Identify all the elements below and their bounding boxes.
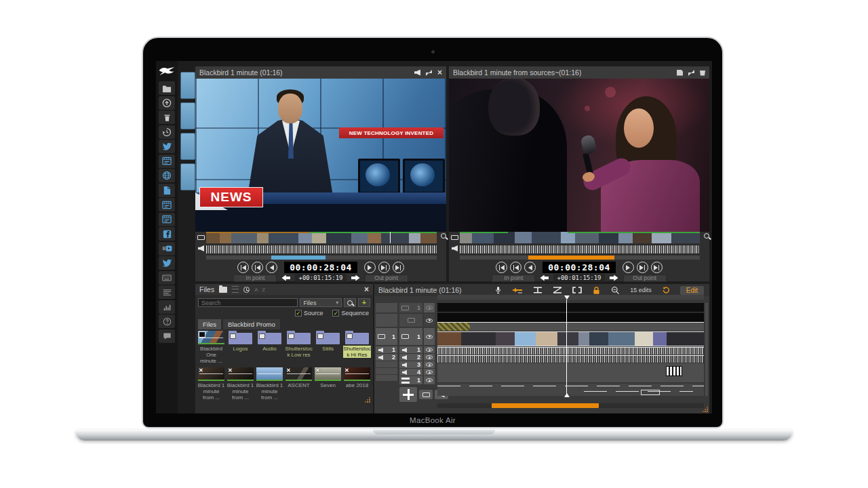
expand-icon[interactable] [426, 70, 432, 76]
prev-edit-button[interactable] [510, 262, 521, 273]
add-video-track-button[interactable] [419, 390, 433, 399]
clip-thumbnail[interactable]: ✕ [285, 367, 312, 381]
replace-tool-icon[interactable] [553, 287, 562, 293]
timeline-vscrollbar[interactable] [705, 303, 708, 396]
vertical-tab[interactable] [180, 102, 195, 129]
folder-view-icon[interactable] [219, 287, 227, 293]
step-back-button[interactable] [524, 262, 536, 273]
media-clip-icon[interactable] [159, 198, 175, 211]
tab-files[interactable]: Files [198, 319, 221, 329]
timeline-ruler-strip[interactable] [437, 295, 704, 300]
trash-icon[interactable] [159, 110, 175, 124]
lock-icon[interactable] [592, 286, 601, 295]
file-item[interactable]: ✕ Blackbird 1 minute from ... [197, 367, 225, 401]
audio1-lane-waveform[interactable] [437, 347, 704, 354]
clip-thumbnail[interactable]: ✕ [198, 367, 224, 381]
prev-edit-button[interactable] [252, 262, 263, 273]
output-slot-empty[interactable] [376, 375, 397, 381]
panel-resize-grip[interactable] [364, 396, 370, 403]
skip-start-button[interactable] [496, 262, 507, 273]
close-icon[interactable] [437, 68, 442, 77]
undo-history-icon[interactable] [662, 286, 670, 294]
playhead[interactable] [566, 300, 567, 397]
file-item[interactable]: ✕ Blackbird 1 minute from ... [226, 367, 254, 401]
vertical-tab[interactable] [180, 72, 195, 99]
delete-icon[interactable] [700, 70, 705, 76]
track-video3-tile[interactable] [399, 314, 422, 327]
file-item[interactable]: Blackbird One minute ... [197, 331, 225, 365]
output-slot-empty[interactable] [376, 303, 397, 312]
file-item[interactable]: ✕ Seven [314, 367, 342, 401]
file-item[interactable]: ✕ abe 2018 [343, 367, 371, 401]
overwrite-tool-icon[interactable] [533, 287, 542, 293]
track-visibility-toggle[interactable] [424, 328, 435, 345]
output-audio1-tile[interactable]: 1 [376, 346, 397, 353]
clip-thumbnail[interactable]: ✕ [315, 367, 341, 381]
source-video-viewport[interactable]: NEW TECHNOLOGY INVENTED NEWS [195, 79, 446, 232]
out-point-button[interactable]: Out point [365, 274, 408, 282]
add-track-button[interactable] [399, 387, 417, 402]
facebook-icon[interactable] [159, 227, 175, 241]
track-visibility-toggle[interactable] [424, 303, 435, 312]
timeline-clip[interactable] [437, 323, 470, 331]
timeline-scrollbar-thumb[interactable] [492, 403, 599, 408]
folder-thumbnail[interactable] [227, 331, 254, 344]
vertical-tab[interactable] [180, 163, 195, 190]
title-track-lane[interactable] [437, 312, 704, 322]
output-audio2-tile[interactable]: 2 [376, 354, 397, 361]
jump-back-arrow-icon[interactable] [540, 275, 549, 281]
source-audio-waveform[interactable] [206, 245, 437, 254]
file-item[interactable]: Shutterstock Low res [285, 331, 313, 365]
folder-thumbnail[interactable] [256, 331, 283, 344]
clip-thumbnail[interactable]: ✕ [344, 367, 370, 381]
sequence-checkbox[interactable] [332, 310, 339, 317]
source-checkbox[interactable] [295, 310, 302, 317]
video2-lane[interactable] [437, 323, 704, 331]
audio-mute-icon[interactable] [414, 70, 420, 76]
clip-thumbnail[interactable] [198, 331, 224, 344]
track-visibility-toggle[interactable] [424, 369, 435, 375]
file-item[interactable]: Audio [256, 331, 283, 365]
track-audio3-tile[interactable]: 3 [399, 361, 422, 368]
source-scrub-filmstrip[interactable] [206, 232, 437, 243]
save-icon[interactable] [677, 70, 683, 76]
track-audio2-tile[interactable]: 2 [399, 354, 422, 361]
tab-blackbird-promo[interactable]: Blackbird Promo [223, 319, 280, 329]
zoom-strip-icon[interactable] [441, 233, 446, 239]
timeline-zoom-icon[interactable] [611, 286, 620, 295]
playhead-bottom-marker[interactable] [564, 393, 570, 397]
audio34-lane[interactable] [437, 363, 704, 382]
program-inout-range[interactable] [528, 256, 614, 260]
sort-alpha-label[interactable]: A Z [254, 287, 267, 293]
close-icon[interactable] [364, 285, 369, 293]
output-slot-empty[interactable] [376, 368, 397, 374]
search-scope-dropdown[interactable]: Files [300, 298, 342, 307]
skip-start-button[interactable] [237, 262, 249, 273]
add-button[interactable]: + [358, 298, 370, 307]
in-point-button[interactable]: In point [492, 274, 535, 282]
step-forward-button[interactable] [364, 262, 376, 273]
next-edit-button[interactable] [378, 262, 390, 273]
media-clip-icon[interactable] [159, 213, 175, 226]
playhead-top-marker[interactable] [564, 296, 570, 300]
file-item-selected[interactable]: Shutterstock Hi Res [343, 331, 371, 365]
folder-icon[interactable] [159, 81, 175, 95]
next-edit-button[interactable] [637, 262, 648, 273]
youtube-icon[interactable] [159, 242, 175, 256]
track-visibility-toggle[interactable] [424, 376, 435, 384]
output-video-tile[interactable]: 1 [376, 328, 397, 345]
search-button[interactable] [344, 298, 356, 307]
file-item[interactable]: Blackbird 1 minute from ... [256, 367, 283, 401]
twitter-icon[interactable] [159, 256, 175, 270]
jump-forward-arrow-icon[interactable] [351, 275, 360, 281]
keyboard-icon[interactable] [159, 271, 175, 285]
folder-thumbnail[interactable] [285, 331, 312, 344]
edit-mode-button[interactable]: Edit [680, 286, 704, 295]
program-video-viewport[interactable] [449, 79, 709, 232]
twitter-icon[interactable] [159, 140, 175, 153]
expand-icon[interactable] [688, 70, 694, 76]
track-video1-tile[interactable]: 1 [399, 328, 422, 345]
voiceover-mic-icon[interactable] [494, 286, 502, 295]
track-audio4-tile[interactable]: 4 [399, 369, 422, 375]
edit-list-icon[interactable] [159, 285, 175, 299]
